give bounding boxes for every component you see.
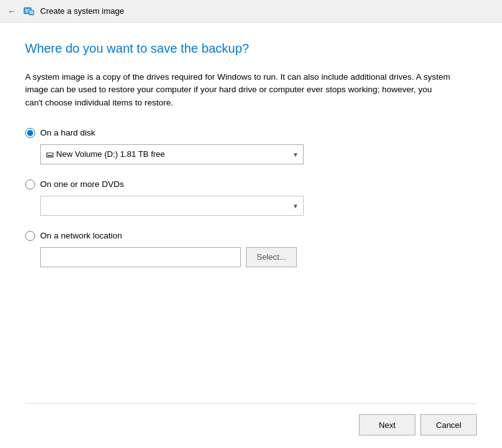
- svg-rect-3: [29, 11, 33, 14]
- dvd-option-group: On one or more DVDs ▼: [25, 179, 477, 216]
- dvd-dropdown[interactable]: [40, 196, 304, 216]
- title-bar-text: Create a system image: [40, 6, 124, 16]
- dialog-description: A system image is a copy of the drives r…: [25, 71, 452, 109]
- hard-disk-option-group: On a hard disk 🖴 New Volume (D:) 1.81 TB…: [25, 128, 477, 164]
- cancel-button[interactable]: Cancel: [420, 414, 477, 435]
- dvd-label[interactable]: On one or more DVDs: [40, 179, 124, 189]
- dvd-dropdown-wrapper: ▼: [40, 196, 304, 216]
- next-button[interactable]: Next: [359, 414, 415, 435]
- hard-disk-radio[interactable]: [25, 128, 35, 138]
- system-image-icon: [23, 5, 35, 18]
- network-radio[interactable]: [25, 231, 35, 241]
- back-arrow[interactable]: ←: [8, 6, 16, 16]
- network-option-group: On a network location Select...: [25, 231, 477, 267]
- dialog-heading: Where do you want to save the backup?: [25, 41, 477, 56]
- network-location-input[interactable]: [40, 247, 241, 267]
- select-network-button[interactable]: Select...: [246, 247, 297, 267]
- network-label[interactable]: On a network location: [40, 231, 122, 240]
- hard-disk-dropdown[interactable]: 🖴 New Volume (D:) 1.81 TB free: [40, 144, 304, 164]
- hard-disk-label[interactable]: On a hard disk: [40, 128, 95, 137]
- hard-disk-dropdown-wrapper: 🖴 New Volume (D:) 1.81 TB free ▼: [40, 144, 304, 164]
- dvd-radio[interactable]: [25, 179, 35, 189]
